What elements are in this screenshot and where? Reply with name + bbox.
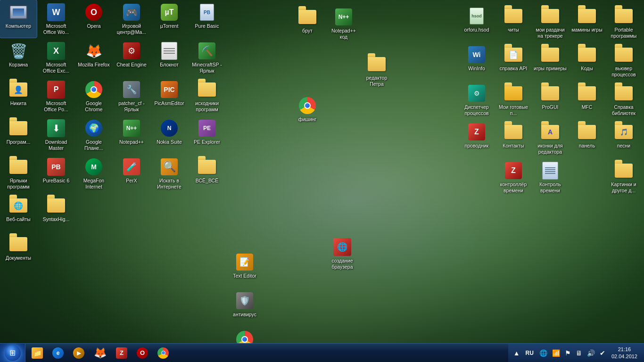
computer-icon[interactable]: Компьютер bbox=[0, 0, 37, 38]
opera-icon[interactable]: O Opera bbox=[75, 0, 112, 38]
chrome-icon[interactable]: Google Chrome bbox=[75, 77, 112, 115]
tray-expand[interactable]: ▲ bbox=[512, 348, 521, 358]
megafon-icon[interactable]: M MegaFon Internet bbox=[75, 155, 112, 192]
tray-monitor[interactable]: 🖥 bbox=[574, 348, 584, 358]
portable-folder[interactable]: Portable программы bbox=[605, 4, 642, 41]
language-indicator[interactable]: RU bbox=[523, 349, 536, 357]
notepadpp-icon[interactable]: N++ Notepad++ bbox=[113, 116, 150, 154]
taskbar-pinned: 📁 e ▶ 🦊 Z O bbox=[25, 345, 175, 362]
panel-folder[interactable]: панель bbox=[569, 120, 605, 157]
nikita-folder[interactable]: 👤 Никита bbox=[0, 77, 37, 115]
moms-games-folder[interactable]: мамины игры bbox=[569, 4, 605, 41]
wininfo-icon[interactable]: Wi WinInfo bbox=[458, 42, 495, 80]
purebasic-file-icon[interactable]: PB Pure Basic bbox=[189, 0, 225, 38]
icon-column-4: 🎮 Игровой центр@Ма... ⚙ Cheat Engine 🔧 p… bbox=[113, 0, 151, 271]
contacts-folder[interactable]: Контакты bbox=[495, 120, 532, 157]
msexcel-icon[interactable]: X Microsoft Office Exc... bbox=[38, 39, 74, 76]
icon-column-6: PB Pure Basic ⛏️ MinecraftSP - Ярлык bbox=[189, 0, 226, 271]
download-master-icon[interactable]: ⬇ Download Master bbox=[38, 116, 74, 154]
programs-folder[interactable]: Програм... bbox=[0, 116, 37, 154]
taskbar-mediaplayer[interactable]: ▶ bbox=[69, 345, 88, 362]
msword-icon[interactable]: W Microsoft Office Wo... bbox=[38, 0, 74, 38]
icon-column-2: W Microsoft Office Wo... X Microsoft Off… bbox=[38, 0, 75, 271]
picasm-icon[interactable]: PIC PicAsmEditor bbox=[151, 77, 188, 115]
games-examples-folder[interactable]: игры примеры bbox=[532, 42, 569, 80]
documents-folder[interactable]: Документы bbox=[0, 232, 37, 270]
minecraft-icon[interactable]: ⛏️ MinecraftSP - Ярлык bbox=[189, 39, 225, 76]
notepadpp-code-icon[interactable]: N++ Notepad++ код bbox=[325, 5, 362, 42]
taskbar-ie[interactable]: e bbox=[49, 345, 67, 362]
websites-folder[interactable]: 🌐 Веб-сайты bbox=[0, 193, 37, 231]
chitat-folder[interactable]: читы bbox=[495, 4, 532, 41]
start-button[interactable] bbox=[0, 344, 25, 362]
shortcuts-folder[interactable]: Ярлыки программ bbox=[0, 155, 37, 192]
explorer-z-icon[interactable]: Z проводник bbox=[458, 120, 495, 157]
taskbar-explorer[interactable]: 📁 bbox=[28, 345, 47, 362]
time-ctrl-icon[interactable]: Z контроллёр времени bbox=[495, 158, 532, 196]
utorrent-icon[interactable]: µT µTorrent bbox=[151, 0, 188, 38]
browser-create-icon[interactable]: 🌐 создание браузера bbox=[323, 235, 362, 272]
taskbar: 📁 e ▶ 🦊 Z O ▲ RU bbox=[0, 343, 644, 362]
patcher-icon[interactable]: 🔧 patcher_cf - Ярлык bbox=[113, 77, 150, 115]
allfiles-folder[interactable]: ВСЁ_ВСЁ bbox=[189, 155, 225, 192]
purebasic-icon[interactable]: PB PureBasic 6 bbox=[38, 155, 74, 192]
perx-icon[interactable]: 🧪 PerX bbox=[113, 155, 150, 192]
taskbar-right: ▲ RU 🌐 📶 ⚑ 🖥 🔊 ✔ 21:16 02.04.2012 bbox=[508, 344, 644, 362]
pictures-folder[interactable]: Картинки и другое д... bbox=[605, 158, 642, 196]
cheat-engine-icon[interactable]: ⚙ Cheat Engine bbox=[113, 39, 150, 76]
lib-ref-folder[interactable]: Справка библиотек bbox=[605, 81, 642, 119]
fishing-icon[interactable]: фишинг bbox=[289, 93, 326, 131]
icon-column-3: O Opera 🦊 Mozilla Firefox Google Chrome bbox=[75, 0, 113, 271]
songs-folder[interactable]: 🎵 песни bbox=[605, 120, 642, 157]
tray-security[interactable]: ✔ bbox=[598, 348, 607, 358]
clock[interactable]: 21:16 02.04.2012 bbox=[609, 346, 640, 360]
nokia-icon[interactable]: N Nokia Suite bbox=[151, 116, 188, 154]
taskbar-firefox[interactable]: 🦊 bbox=[90, 345, 110, 362]
tray-network[interactable]: 🌐 bbox=[538, 348, 549, 358]
tray-volume[interactable]: 🔊 bbox=[586, 348, 596, 358]
search-icon[interactable]: 🔍 Искать в Интернете bbox=[151, 155, 188, 192]
taskbar-opera[interactable]: O bbox=[133, 345, 152, 362]
google-earth-icon[interactable]: 🌍 Google Плане... bbox=[75, 116, 112, 154]
taskbar-zeal[interactable]: Z bbox=[112, 345, 131, 362]
brut-folder[interactable]: брут bbox=[289, 5, 326, 42]
desktop: Компьютер 🗑️ Корзина 👤 Никита bbox=[0, 0, 644, 343]
icon-column-1: Компьютер 🗑️ Корзина 👤 Никита bbox=[0, 0, 38, 271]
tray-flag[interactable]: ⚑ bbox=[563, 348, 572, 358]
progui-folder[interactable]: ProGUI bbox=[532, 81, 569, 119]
mfc-folder[interactable]: MFC bbox=[569, 81, 605, 119]
tray-signal[interactable]: 📶 bbox=[551, 348, 561, 358]
viewer-folder[interactable]: вьювер процессов bbox=[605, 42, 642, 80]
orforu-file[interactable]: hsod orforu.hsod bbox=[458, 4, 495, 41]
gamecenter-icon[interactable]: 🎮 Игровой центр@Ма... bbox=[113, 0, 150, 38]
text-editor-icon[interactable]: 📝 Text Editor bbox=[226, 250, 263, 288]
taskbar-chrome[interactable] bbox=[154, 345, 173, 362]
recycle-icon[interactable]: 🗑️ Корзина bbox=[0, 39, 37, 76]
my-ready-folder[interactable]: Мои готовые п... bbox=[495, 81, 532, 119]
time-control-icon[interactable]: Контроль времени bbox=[532, 158, 569, 196]
notepad-icon[interactable]: Блокнот bbox=[151, 39, 188, 76]
taskman-icon[interactable]: ⚙ Диспетчер процессов bbox=[458, 81, 495, 119]
codes-folder[interactable]: Коды bbox=[569, 42, 605, 80]
redaktor-folder[interactable]: редактор Петра bbox=[358, 52, 395, 90]
icons-editor-folder[interactable]: A иконки для редактора bbox=[532, 120, 569, 157]
start-orb bbox=[5, 345, 21, 361]
msoffice-icon[interactable]: P Microsoft Office Po... bbox=[38, 77, 74, 115]
sources-folder[interactable]: исходники программ bbox=[189, 77, 225, 115]
icon-column-5: µT µTorrent Блокнот PIC bbox=[151, 0, 189, 271]
pe-explorer-icon[interactable]: PE PE Explorer bbox=[189, 116, 225, 154]
my-shares-folder[interactable]: мои раздачи на трекере bbox=[532, 4, 569, 41]
firefox-icon[interactable]: 🦊 Mozilla Firefox bbox=[75, 39, 112, 76]
syntax-folder[interactable]: SyntaxHig... bbox=[38, 193, 74, 231]
antivirus-icon[interactable]: 🛡️ антивирус bbox=[226, 288, 263, 326]
api-ref-folder[interactable]: 📄 справка API bbox=[495, 42, 532, 80]
